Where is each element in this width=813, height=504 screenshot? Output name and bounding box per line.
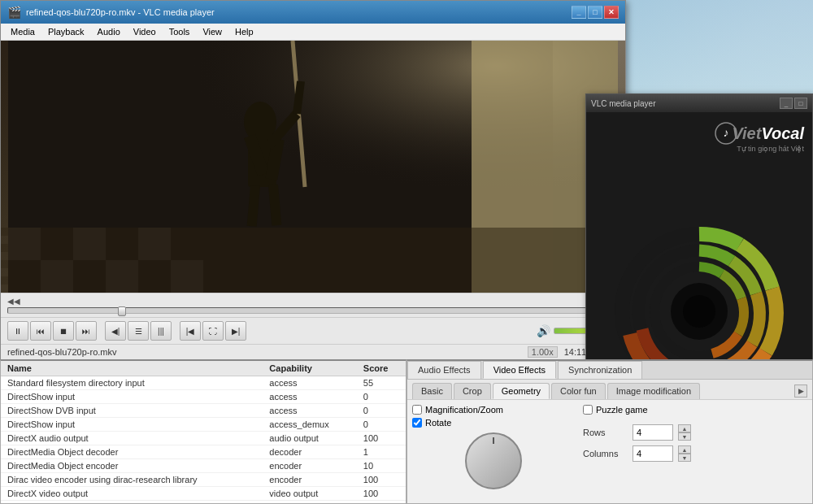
menu-view[interactable]: View <box>196 25 228 38</box>
vlc-title-icon: 🎬 <box>7 6 21 19</box>
menu-media[interactable]: Media <box>4 25 41 38</box>
magnification-zoom-checkbox[interactable] <box>412 405 422 415</box>
lower-panels: Name Capability Score Standard filesyste… <box>0 359 813 504</box>
vlc-second-title: VLC media player <box>591 99 655 108</box>
close-button[interactable]: ✕ <box>604 6 619 19</box>
rotate-label: Rotate <box>425 418 451 428</box>
cell-name: DirectMedia Object decoder <box>1 445 263 459</box>
rows-input: 4 <box>637 428 641 437</box>
skip-back-button[interactable]: |◀ <box>180 321 201 341</box>
svg-rect-11 <box>8 260 41 293</box>
puzzle-game-checkbox[interactable] <box>583 405 593 415</box>
prev-chapter-button[interactable]: ⏮ <box>30 321 51 341</box>
magnification-zoom-label: Magnification/Zoom <box>425 405 503 415</box>
seek-thumb[interactable] <box>118 306 126 316</box>
stop-button[interactable]: ⏹ <box>53 321 74 341</box>
rows-spin-row: Rows 4 ▲ ▼ <box>583 424 807 441</box>
vocal-text: Vocal <box>761 124 804 142</box>
sub-tab-geometry[interactable]: Geometry <box>493 383 550 399</box>
vlc-controls: ⏸ ⏮ ⏹ ⏭ ◀| ☰ ||| |◀ ⛶ ▶| 🔊 100% <box>1 317 625 344</box>
sub-tab-scroll-right[interactable]: ▶ <box>794 385 807 398</box>
rotate-dial[interactable] <box>465 432 522 489</box>
vlc-second-titlebar: VLC media player _ □ <box>586 94 812 112</box>
svg-rect-6 <box>41 228 73 260</box>
tab-audio-effects[interactable]: Audio Effects <box>407 361 481 379</box>
effects-panel: Audio Effects Video Effects Synchronizat… <box>406 359 813 504</box>
frame-info-button[interactable]: ☰ <box>128 321 149 341</box>
viet-vocal-subtitle: Tự tin giọng hát Việt <box>737 145 804 153</box>
menu-audio[interactable]: Audio <box>91 25 127 38</box>
sub-tab-crop[interactable]: Crop <box>454 383 491 399</box>
menu-tools[interactable]: Tools <box>163 25 197 38</box>
cell-capability: video output <box>263 487 356 501</box>
cell-score: 1 <box>357 445 406 459</box>
cell-name: DirectX audio output <box>1 432 263 445</box>
table-row: DirectMedia Object encoderencoder10 <box>1 459 406 473</box>
dial-tick <box>493 437 494 444</box>
vlc-title-text: refined-qos-blu720p-ro.mkv - VLC media p… <box>26 7 572 17</box>
cell-capability: access_demux <box>263 418 356 432</box>
maximize-button-2[interactable]: □ <box>794 98 807 109</box>
table-row: Standard filesystem directory inputacces… <box>1 376 406 390</box>
menu-video[interactable]: Video <box>127 25 163 38</box>
skip-fwd-button[interactable]: ▶| <box>225 321 246 341</box>
rows-spin-down[interactable]: ▼ <box>678 432 691 441</box>
minimize-button-2[interactable]: _ <box>780 98 793 109</box>
cell-capability: audio output <box>263 432 356 445</box>
menu-help[interactable]: Help <box>228 25 260 38</box>
frame-prev-button[interactable]: ◀| <box>105 321 126 341</box>
columns-spin-row: Columns 4 ▲ ▼ <box>583 445 807 462</box>
sub-tab-color-fun[interactable]: Color fun <box>551 383 606 399</box>
volume-icon: 🔊 <box>537 324 550 337</box>
sub-tab-image-modification[interactable]: Image modification <box>607 383 700 399</box>
table-header-row: Name Capability Score <box>1 361 406 376</box>
status-filename: refined-qos-blu720p-ro.mkv <box>7 347 521 357</box>
seek-track[interactable] <box>7 307 619 314</box>
seek-back-arrow[interactable]: ◀◀ <box>7 297 20 306</box>
svg-rect-16 <box>171 260 203 293</box>
tab-synchronization[interactable]: Synchronization <box>558 361 642 379</box>
dial-container <box>412 432 575 489</box>
rotate-checkbox[interactable] <box>412 418 422 428</box>
minimize-button[interactable]: _ <box>572 6 586 19</box>
vlc-main-window: 🎬 refined-qos-blu720p-ro.mkv - VLC media… <box>0 0 626 360</box>
next-chapter-button[interactable]: ⏭ <box>76 321 97 341</box>
pause-button[interactable]: ⏸ <box>7 321 28 341</box>
vlc-window-controls: _ □ ✕ <box>572 6 619 19</box>
cell-capability: access <box>263 404 356 418</box>
maximize-button[interactable]: □ <box>588 6 602 19</box>
vlc-menubar: Media Playback Audio Video Tools View He… <box>1 24 625 41</box>
menu-playback[interactable]: Playback <box>41 25 91 38</box>
tab-video-effects[interactable]: Video Effects <box>483 361 556 379</box>
columns-spin-down[interactable]: ▼ <box>678 454 691 462</box>
vlc-statusbar: refined-qos-blu720p-ro.mkv 1.00x 14:11/1… <box>1 344 625 359</box>
cell-capability: encoder <box>263 459 356 473</box>
cell-score: 55 <box>357 376 406 390</box>
rows-spin-up[interactable]: ▲ <box>678 424 691 432</box>
col-score-header: Score <box>357 361 406 376</box>
extended-button[interactable]: ||| <box>150 321 172 341</box>
cell-name: DirectShow input <box>1 418 263 432</box>
magnification-zoom-row: Magnification/Zoom <box>412 405 575 415</box>
effects-left-panel: Magnification/Zoom Rotate <box>412 405 575 498</box>
table-row: Dirac video encoder using dirac-research… <box>1 473 406 487</box>
svg-rect-13 <box>73 260 106 293</box>
cell-name: Dirac video encoder using dirac-research… <box>1 473 263 487</box>
cell-score: 100 <box>357 487 406 501</box>
svg-rect-9 <box>138 228 171 260</box>
snapshot-button[interactable]: ⛶ <box>202 321 224 341</box>
cell-capability: decoder <box>263 445 356 459</box>
cell-score: 10 <box>357 459 406 473</box>
table-row: DirectShow inputaccess_demux0 <box>1 418 406 432</box>
table-row: DirectX audio outputaudio output100 <box>1 432 406 445</box>
seek-arrows: ◀◀ ▶▶ <box>7 297 619 306</box>
vlc-seekbar-area: ◀◀ ▶▶ <box>1 293 625 317</box>
vlc-video-area <box>1 41 625 293</box>
columns-label: Columns <box>583 449 628 458</box>
viet-vocal-logo: VietVocal <box>732 124 804 143</box>
sub-tab-basic[interactable]: Basic <box>412 383 452 399</box>
columns-spin-up[interactable]: ▲ <box>678 445 691 454</box>
table-row: DirectShow DVB inputaccess0 <box>1 404 406 418</box>
status-speed: 1.00x <box>528 346 558 358</box>
effects-main-tabs: Audio Effects Video Effects Synchronizat… <box>407 361 812 380</box>
